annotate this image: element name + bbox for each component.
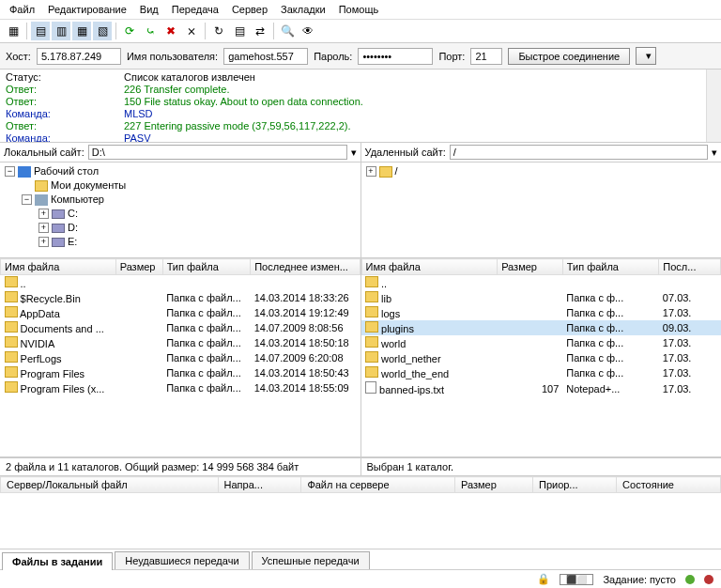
toggle3-icon[interactable]: ▧ [93, 22, 112, 40]
cancel-icon[interactable]: ✖ [161, 22, 180, 40]
table-row[interactable]: AppDataПапка с файл...14.03.2014 19:12:4… [1, 305, 360, 320]
column-header[interactable]: Размер [115, 259, 162, 275]
connect-icon[interactable]: ▦ [4, 22, 23, 40]
compare-icon[interactable]: ⇄ [251, 22, 269, 40]
folder-icon [365, 366, 378, 378]
user-input[interactable] [223, 48, 308, 65]
table-row[interactable]: world_netherПапка с ф...17.03. [361, 350, 721, 365]
table-row[interactable]: logsПапка с ф...17.03. [361, 305, 721, 320]
port-label: Порт: [438, 51, 465, 62]
table-row[interactable]: .. [361, 275, 721, 291]
folder-icon [5, 306, 18, 317]
table-row[interactable]: .. [1, 275, 360, 291]
folder-icon [5, 321, 18, 333]
tree-item[interactable]: +/ [363, 164, 720, 178]
expander-icon[interactable]: + [38, 209, 49, 219]
tab-2[interactable]: Успешные передачи [252, 551, 370, 569]
column-header[interactable]: Размер [498, 259, 563, 275]
local-tree[interactable]: −Рабочий столМои документы−Компьютер+C:+… [0, 162, 360, 258]
chevron-down-icon[interactable]: ▾ [351, 147, 357, 159]
port-input[interactable] [470, 48, 502, 65]
tree-item[interactable]: −Рабочий стол [2, 164, 359, 178]
column-header[interactable]: Тип файла [162, 259, 251, 275]
table-row[interactable]: NVIDIAПапка с файл...14.03.2014 18:50:18 [1, 335, 360, 350]
expander-icon[interactable]: + [366, 166, 376, 177]
log-row: Ответ:150 File status okay. About to ope… [6, 96, 715, 108]
refresh-icon[interactable]: ⟳ [120, 22, 139, 40]
table-row[interactable]: Program FilesПапка с файл...14.03.2014 1… [1, 365, 360, 380]
table-row[interactable]: world_the_endПапка с ф...17.03. [361, 365, 721, 380]
toolbar: ▦ ▤ ▥ ▦ ▧ ⟳ ⤿ ✖ ⨯ ↻ ▤ ⇄ 🔍 👁 [0, 20, 721, 43]
table-row[interactable]: pluginsПапка с ф...09.03. [361, 320, 721, 335]
menu-Помощь[interactable]: Помощь [333, 2, 385, 17]
menu-Сервер[interactable]: Сервер [226, 2, 273, 17]
desktop-icon [18, 166, 31, 178]
menu-Файл[interactable]: Файл [4, 2, 40, 17]
disconnect-icon[interactable]: ⨯ [182, 22, 201, 40]
expander-icon[interactable]: − [22, 194, 32, 205]
log-panel: Статус:Список каталогов извлеченОтвет:22… [0, 70, 721, 143]
column-header[interactable]: Последнее измен... [251, 259, 360, 275]
quickconnect-button[interactable]: Быстрое соединение [508, 48, 630, 65]
table-row[interactable]: $Recycle.BinПапка с файл...14.03.2014 18… [1, 290, 360, 305]
folder-icon [379, 166, 392, 178]
local-panel: Локальный сайт: ▾ −Рабочий столМои докум… [0, 143, 361, 456]
local-filelist[interactable]: Имя файлаРазмерТип файлаПоследнее измен.… [0, 258, 360, 456]
column-header[interactable]: Напра... [218, 477, 301, 493]
filter-icon[interactable]: ▤ [230, 22, 249, 40]
expander-icon[interactable]: − [5, 166, 15, 177]
quickconnect-dropdown[interactable]: ▾ [636, 47, 656, 65]
tree-item[interactable]: +C: [2, 207, 359, 221]
folder-icon [5, 366, 18, 378]
binoculars-icon[interactable]: 👁 [299, 22, 317, 40]
column-header[interactable]: Тип файла [562, 259, 659, 275]
chevron-down-icon[interactable]: ▾ [712, 147, 717, 159]
remote-path-input[interactable] [450, 145, 708, 160]
computer-icon [35, 194, 48, 206]
reconnect-icon[interactable]: ↻ [209, 22, 228, 40]
remote-filelist[interactable]: Имя файлаРазмерТип файлаПосл... .. libПа… [361, 258, 722, 456]
toggle2-icon[interactable]: ▦ [72, 22, 91, 40]
table-row[interactable]: Documents and ...Папка с файл...14.07.20… [1, 320, 360, 335]
table-row[interactable]: PerfLogsПапка с файл...14.07.2009 6:20:0… [1, 350, 360, 365]
led1-icon [685, 575, 695, 584]
tree-item[interactable]: Мои документы [2, 178, 359, 193]
folder-icon [5, 291, 18, 302]
toggle1-icon[interactable]: ▥ [52, 22, 70, 40]
menu-Закладки[interactable]: Закладки [275, 2, 331, 17]
sitemgr-icon[interactable]: ▤ [31, 22, 50, 40]
table-row[interactable]: libПапка с ф...07.03. [361, 290, 721, 305]
process-icon[interactable]: ⤿ [141, 22, 160, 40]
column-header[interactable]: Сервер/Локальный файл [1, 477, 219, 493]
tree-item[interactable]: +D: [2, 221, 359, 235]
menu-Вид[interactable]: Вид [134, 2, 164, 17]
table-row[interactable]: worldПапка с ф...17.03. [361, 335, 721, 350]
tree-item[interactable]: −Компьютер [2, 193, 359, 207]
tab-1[interactable]: Неудавшиеся передачи [115, 551, 249, 569]
menu-Передача[interactable]: Передача [166, 2, 224, 17]
table-row[interactable]: Program Files (x...Папка с файл...14.03.… [1, 380, 360, 395]
column-header[interactable]: Имя файла [361, 259, 498, 275]
expander-icon[interactable]: + [38, 223, 49, 233]
tab-0[interactable]: Файлы в задании [2, 552, 113, 570]
column-header[interactable]: Файл на сервере [301, 477, 455, 493]
folder-icon [365, 336, 378, 348]
remote-tree[interactable]: +/ [361, 162, 722, 258]
host-label: Хост: [6, 51, 31, 62]
tree-item[interactable]: +E: [2, 235, 359, 249]
folder-icon [5, 381, 18, 393]
menu-Редактирование[interactable]: Редактирование [42, 2, 132, 17]
column-header[interactable]: Приор... [532, 477, 616, 493]
folder-icon [365, 276, 378, 287]
host-input[interactable] [37, 48, 121, 65]
expander-icon[interactable]: + [38, 237, 49, 247]
column-header[interactable]: Состояние [617, 477, 721, 493]
column-header[interactable]: Размер [454, 477, 532, 493]
column-header[interactable]: Имя файла [1, 259, 116, 275]
pass-input[interactable] [358, 48, 433, 65]
local-path-input[interactable] [88, 145, 347, 160]
log-scrollbar[interactable] [706, 70, 721, 142]
table-row[interactable]: banned-ips.txt107Notepad+...17.03. [361, 380, 721, 396]
column-header[interactable]: Посл... [659, 259, 721, 275]
search-icon[interactable]: 🔍 [278, 22, 297, 40]
